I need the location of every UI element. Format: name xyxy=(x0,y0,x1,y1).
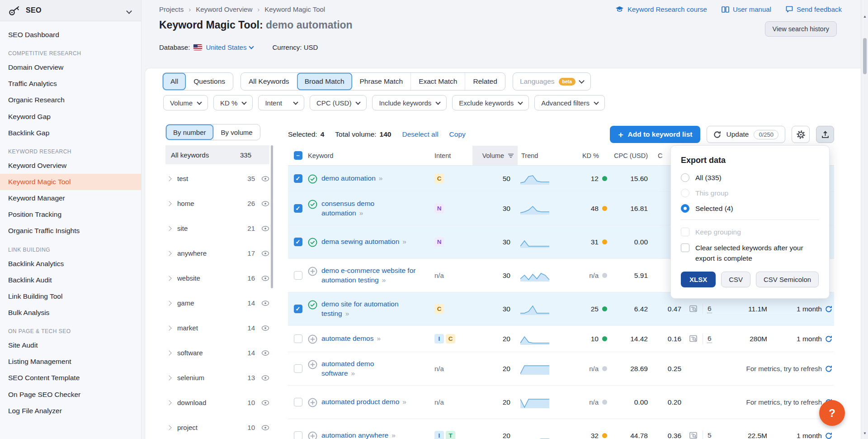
open-keyword-icon[interactable]: » xyxy=(359,209,363,217)
serp-features-count[interactable]: 6 xyxy=(707,305,712,313)
tab-all[interactable]: All xyxy=(163,73,186,90)
export-csv-semicolon-button[interactable]: CSV Semicolon xyxy=(756,272,819,287)
keyword-add-icon[interactable] xyxy=(308,360,317,369)
view-search-history-button[interactable]: View search history xyxy=(765,21,837,37)
chevron-right-icon[interactable] xyxy=(166,251,171,256)
chevron-right-icon[interactable] xyxy=(166,325,171,330)
chevron-right-icon[interactable] xyxy=(166,400,171,405)
sidebar-item-backlink-audit[interactable]: Backlink Audit xyxy=(0,272,141,288)
select-all-checkbox[interactable]: − xyxy=(294,151,302,160)
row-checkbox[interactable]: ✓ xyxy=(294,204,302,213)
export-xlsx-button[interactable]: XLSX xyxy=(681,272,716,287)
group-item-test[interactable]: test35 xyxy=(165,166,269,191)
chevron-right-icon[interactable] xyxy=(166,375,171,380)
group-item-home[interactable]: home26 xyxy=(165,191,269,216)
keyword-research-course-link[interactable]: Keyword Research course xyxy=(615,5,707,13)
group-item-selenium[interactable]: selenium13 xyxy=(165,365,269,390)
serp-features-count[interactable]: 6 xyxy=(707,334,712,343)
page-scrollbar[interactable]: ▲ ▼ xyxy=(861,0,868,439)
keyword-link[interactable]: dema sewing automation xyxy=(321,238,399,245)
open-keyword-icon[interactable]: » xyxy=(392,431,396,439)
sidebar-item-listing-management[interactable]: Listing Management xyxy=(0,353,141,370)
export-option-all[interactable]: All (335) xyxy=(681,173,819,182)
export-csv-button[interactable]: CSV xyxy=(721,272,750,287)
row-checkbox[interactable]: ✓ xyxy=(294,174,302,183)
sidebar-item-seo-dashboard[interactable]: SEO Dashboard xyxy=(0,27,141,43)
row-checkbox[interactable]: ✓ xyxy=(294,305,302,313)
eye-icon[interactable] xyxy=(261,400,269,406)
scrollbar-thumb[interactable] xyxy=(863,38,867,74)
serp-preview-icon[interactable] xyxy=(689,432,698,439)
copy-link[interactable]: Copy xyxy=(449,130,466,138)
open-keyword-icon[interactable]: » xyxy=(402,398,406,406)
send-feedback-link[interactable]: Send feedback xyxy=(786,5,842,13)
sidebar-item-keyword-gap[interactable]: Keyword Gap xyxy=(0,109,141,125)
row-checkbox[interactable] xyxy=(294,334,302,343)
tab-phrase-match[interactable]: Phrase Match xyxy=(352,73,411,90)
radio-icon[interactable] xyxy=(681,173,689,182)
keyword-link[interactable]: automated product demo xyxy=(321,398,399,406)
serp-features-count[interactable]: 5 xyxy=(707,431,712,439)
kd-filter[interactable]: KD % xyxy=(213,95,253,110)
chevron-right-icon[interactable] xyxy=(166,276,171,281)
include-keywords-filter[interactable]: Include keywords xyxy=(372,95,447,110)
sidebar-item-keyword-magic-tool[interactable]: Keyword Magic Tool xyxy=(0,174,141,190)
refresh-icon[interactable] xyxy=(825,335,832,343)
chevron-right-icon[interactable] xyxy=(166,176,171,181)
open-keyword-icon[interactable]: » xyxy=(345,310,349,317)
group-item-game[interactable]: game14 xyxy=(165,291,269,315)
open-keyword-icon[interactable]: » xyxy=(402,238,406,245)
column-header-cpc[interactable]: CPC (USD) xyxy=(610,152,653,159)
help-button[interactable]: ? xyxy=(819,400,845,426)
eye-icon[interactable] xyxy=(261,301,269,306)
group-item-software[interactable]: software14 xyxy=(165,340,269,365)
eye-icon[interactable] xyxy=(261,251,269,256)
by-number-button[interactable]: By number xyxy=(166,124,213,140)
tab-broad-match[interactable]: Broad Match xyxy=(297,73,352,90)
chevron-right-icon[interactable] xyxy=(166,350,171,355)
eye-icon[interactable] xyxy=(261,201,269,206)
refresh-icon[interactable] xyxy=(825,305,832,313)
languages-dropdown[interactable]: Languages beta xyxy=(513,72,591,91)
groups-scrollbar-thumb[interactable] xyxy=(271,145,273,288)
sidebar-item-keyword-overview[interactable]: Keyword Overview xyxy=(0,157,141,174)
keyword-link[interactable]: demo site for automation testing xyxy=(321,300,399,317)
all-keywords-group[interactable]: All keywords 335 xyxy=(165,145,269,164)
keyword-link[interactable]: automate demos xyxy=(321,334,373,342)
eye-icon[interactable] xyxy=(261,226,269,231)
refresh-icon[interactable] xyxy=(825,432,832,439)
sidebar-item-bulk-analysis[interactable]: Bulk Analysis xyxy=(0,305,141,321)
intent-filter[interactable]: Intent xyxy=(258,95,304,110)
tab-questions[interactable]: Questions xyxy=(186,73,233,90)
chevron-right-icon[interactable] xyxy=(166,425,171,430)
sidebar-item-position-tracking[interactable]: Position Tracking xyxy=(0,206,141,223)
row-checkbox[interactable] xyxy=(294,364,302,373)
open-keyword-icon[interactable]: » xyxy=(382,276,386,284)
row-checkbox[interactable] xyxy=(294,398,302,406)
sidebar-item-backlink-gap[interactable]: Backlink Gap xyxy=(0,125,141,141)
group-item-website[interactable]: website16 xyxy=(165,266,269,291)
exclude-keywords-filter[interactable]: Exclude keywords xyxy=(452,95,529,110)
group-item-project[interactable]: project10 xyxy=(165,415,269,439)
sidebar-item-organic-research[interactable]: Organic Research xyxy=(0,92,141,108)
column-header-intent[interactable]: Intent xyxy=(434,152,472,159)
row-checkbox[interactable]: ✓ xyxy=(294,238,302,246)
group-item-download[interactable]: download10 xyxy=(165,390,269,415)
chevron-right-icon[interactable] xyxy=(166,301,171,305)
scroll-up-arrow-icon[interactable]: ▲ xyxy=(861,14,868,19)
user-manual-link[interactable]: User manual xyxy=(722,5,771,13)
chevron-right-icon[interactable] xyxy=(166,226,171,231)
eye-icon[interactable] xyxy=(261,176,269,181)
sidebar-item-traffic-analytics[interactable]: Traffic Analytics xyxy=(0,76,141,92)
checkbox-icon[interactable] xyxy=(681,243,689,252)
column-header-volume[interactable]: Volume xyxy=(472,146,518,165)
keyword-add-icon[interactable] xyxy=(308,334,317,344)
row-checkbox[interactable] xyxy=(294,431,302,439)
update-metrics-button[interactable]: Update 0/250 xyxy=(707,126,785,143)
eye-icon[interactable] xyxy=(261,375,269,381)
by-volume-button[interactable]: By volume xyxy=(213,124,260,140)
sidebar-item-keyword-manager[interactable]: Keyword Manager xyxy=(0,190,141,206)
sidebar-item-site-audit[interactable]: Site Audit xyxy=(0,337,141,353)
serp-preview-icon[interactable] xyxy=(689,305,698,313)
keyword-link[interactable]: demo automation xyxy=(321,174,376,182)
